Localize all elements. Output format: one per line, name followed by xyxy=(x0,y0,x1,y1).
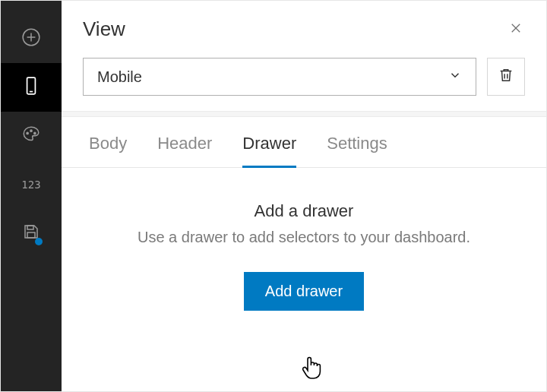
sidebar-item-theme[interactable] xyxy=(1,112,62,160)
sidebar-item-mobile[interactable] xyxy=(1,63,62,112)
save-icon xyxy=(22,223,40,244)
chevron-down-icon xyxy=(448,68,462,86)
sidebar-item-add[interactable] xyxy=(1,14,62,63)
delete-view-button[interactable] xyxy=(487,58,525,96)
svg-rect-8 xyxy=(27,226,33,229)
close-icon xyxy=(509,21,523,38)
svg-point-6 xyxy=(30,130,32,131)
sidebar-item-save[interactable] xyxy=(1,209,62,258)
tab-header[interactable]: Header xyxy=(157,134,212,167)
section-divider xyxy=(62,111,546,117)
svg-point-5 xyxy=(27,132,28,134)
trash-icon xyxy=(498,67,514,87)
numbers-icon: 123 xyxy=(21,179,40,191)
view-select-value: Mobile xyxy=(97,68,142,86)
view-select-row: Mobile xyxy=(62,58,546,111)
close-button[interactable] xyxy=(507,21,525,39)
plus-circle-icon xyxy=(21,27,41,50)
main-panel: View Mobile xyxy=(62,1,546,391)
panel-title: View xyxy=(83,17,125,41)
empty-state-title: Add a drawer xyxy=(255,201,354,221)
view-select[interactable]: Mobile xyxy=(83,58,476,96)
tabs: Body Header Drawer Settings xyxy=(62,117,546,168)
drawer-empty-state: Add a drawer Use a drawer to add selecto… xyxy=(62,168,546,391)
svg-point-7 xyxy=(34,132,36,134)
palette-icon xyxy=(21,125,41,147)
mobile-icon xyxy=(21,76,41,99)
add-drawer-button[interactable]: Add drawer xyxy=(244,272,364,311)
tab-settings[interactable]: Settings xyxy=(327,134,387,167)
empty-state-description: Use a drawer to add selectors to your da… xyxy=(138,229,470,246)
app-frame: 123 View xyxy=(0,0,547,392)
left-sidebar: 123 xyxy=(1,1,62,391)
svg-rect-9 xyxy=(27,232,35,238)
panel-header: View xyxy=(62,1,546,58)
sidebar-item-numbers[interactable]: 123 xyxy=(1,160,62,209)
tab-drawer[interactable]: Drawer xyxy=(242,134,296,168)
tab-body[interactable]: Body xyxy=(89,134,127,167)
